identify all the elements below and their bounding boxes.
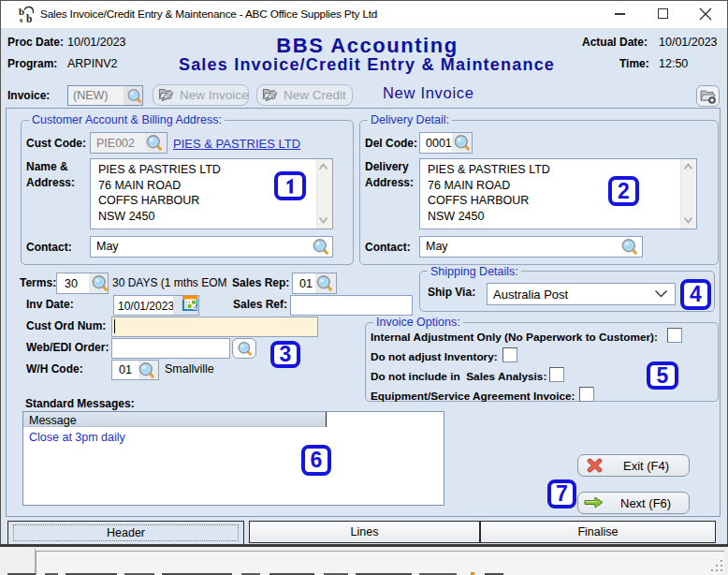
svg-text:b: b: [26, 13, 32, 24]
